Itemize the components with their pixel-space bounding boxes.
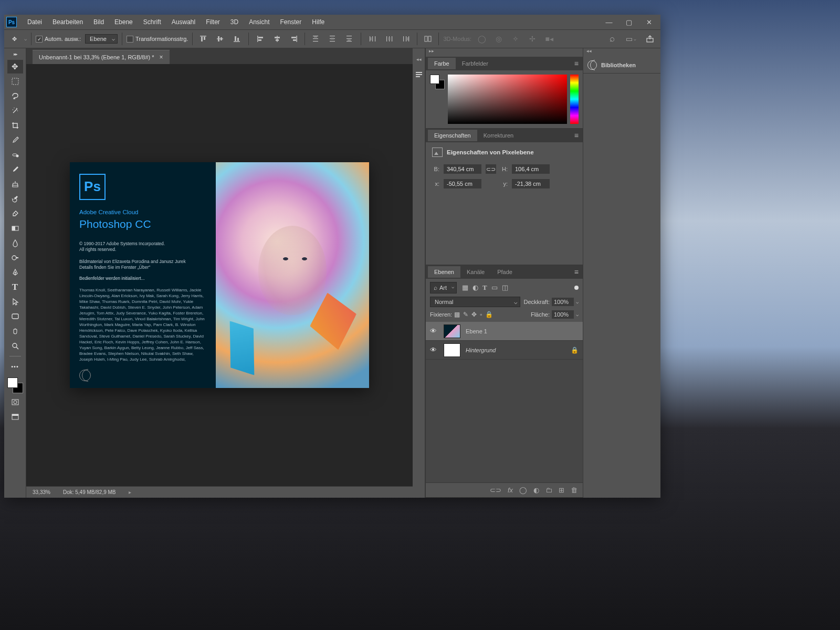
add-mask-icon[interactable]: ◯ [519, 486, 527, 494]
menu-bild[interactable]: Bild [88, 16, 109, 28]
color-picker-field[interactable] [448, 75, 567, 124]
new-group-icon[interactable]: 🗀 [545, 486, 552, 494]
dist-right-icon[interactable] [400, 33, 413, 45]
layer-row[interactable]: 👁 Ebene 1 [426, 322, 583, 341]
x-field[interactable]: -50,55 cm [444, 179, 481, 188]
filter-toggle-icon[interactable] [574, 286, 579, 290]
close-tab-icon[interactable]: × [160, 54, 163, 61]
share-icon[interactable] [644, 33, 656, 45]
eyedropper-tool[interactable] [7, 133, 23, 147]
lock-icon[interactable]: 🔒 [571, 346, 579, 354]
search-icon[interactable]: ⌕ [606, 33, 618, 45]
lock-position-icon[interactable]: ✥ [471, 311, 477, 318]
hand-tool[interactable] [7, 324, 23, 338]
width-field[interactable]: 340,54 cm [444, 164, 481, 174]
tab-farbfelder[interactable]: Farbfelder [456, 58, 495, 69]
lock-pixels-icon[interactable]: ✎ [463, 311, 468, 318]
layers-panel-menu-icon[interactable]: ≡ [570, 268, 583, 276]
libraries-button[interactable]: Bibliotheken [583, 57, 660, 74]
dist-hcenter-icon[interactable] [383, 33, 396, 45]
foreground-swatch[interactable] [7, 377, 18, 388]
align-hcenter-icon[interactable] [271, 33, 284, 45]
crop-tool[interactable] [7, 119, 23, 132]
lock-artboard-icon[interactable]: ▫ [480, 311, 482, 318]
lock-transparency-icon[interactable]: ▩ [454, 311, 460, 318]
align-vcenter-icon[interactable] [214, 33, 226, 45]
healing-brush-tool[interactable] [7, 148, 23, 162]
layer-name[interactable]: Ebene 1 [466, 328, 487, 334]
lasso-tool[interactable] [7, 89, 23, 103]
align-left-icon[interactable] [254, 33, 267, 45]
visibility-toggle-icon[interactable]: 👁 [430, 327, 438, 335]
hue-slider[interactable] [570, 75, 579, 124]
dist-vcenter-icon[interactable] [326, 33, 339, 45]
link-layers-icon[interactable]: ⊂⊃ [490, 486, 501, 494]
auto-align-icon[interactable] [422, 33, 434, 45]
dodge-tool[interactable] [7, 251, 23, 265]
status-caret-icon[interactable]: ▸ [129, 489, 131, 495]
layer-style-icon[interactable]: fx [508, 486, 513, 494]
align-top-icon[interactable] [197, 33, 209, 45]
delete-layer-icon[interactable]: 🗑 [571, 486, 578, 494]
move-tool[interactable]: ✥ [7, 60, 23, 74]
menu-3d[interactable]: 3D [225, 16, 244, 28]
quick-mask-icon[interactable] [7, 395, 23, 409]
menu-bearbeiten[interactable]: Bearbeiten [47, 16, 88, 28]
lock-all-icon[interactable]: 🔒 [485, 311, 493, 318]
auto-select-checkbox[interactable]: ✓ Autom. ausw.: [36, 36, 81, 43]
dock-collapse-icon[interactable]: ◂◂ [586, 48, 592, 57]
workspace-switcher-icon[interactable]: ▭⌵ [625, 33, 637, 45]
screen-mode-icon[interactable] [7, 410, 23, 424]
menu-schrift[interactable]: Schrift [138, 16, 166, 28]
zoom-level[interactable]: 33,33% [33, 489, 50, 495]
menu-ebene[interactable]: Ebene [109, 16, 138, 28]
height-field[interactable]: 106,4 cm [512, 164, 550, 174]
dist-left-icon[interactable] [366, 33, 379, 45]
filter-shape-icon[interactable]: ▭ [491, 284, 498, 292]
adjustment-layer-icon[interactable]: ◐ [533, 486, 539, 494]
rectangle-tool[interactable] [7, 310, 23, 323]
minimize-button[interactable]: — [600, 16, 618, 28]
dist-bottom-icon[interactable] [343, 33, 355, 45]
gradient-tool[interactable] [7, 222, 23, 235]
visibility-toggle-icon[interactable]: 👁 [430, 346, 438, 354]
tab-farbe[interactable]: Farbe [428, 58, 456, 69]
edit-toolbar-icon[interactable]: ••• [7, 360, 23, 373]
align-right-icon[interactable] [288, 33, 300, 45]
document-size[interactable]: Dok: 5,49 MB/82,9 MB [63, 489, 116, 495]
canvas-area[interactable]: Ps Adobe Creative Cloud Photoshop CC © 1… [26, 64, 413, 486]
transform-controls-checkbox[interactable]: Transformationsstrg. [127, 36, 188, 43]
eraser-tool[interactable] [7, 207, 23, 220]
color-panel-menu-icon[interactable]: ≡ [570, 59, 583, 68]
color-swatch-pair[interactable] [430, 75, 445, 89]
tab-eigenschaften[interactable]: Eigenschaften [428, 130, 477, 141]
close-button[interactable]: ✕ [639, 16, 658, 28]
layer-name[interactable]: Hintergrund [466, 347, 496, 353]
layer-filter-dropdown[interactable]: Art [430, 282, 457, 293]
path-selection-tool[interactable] [7, 295, 23, 309]
filter-type-icon[interactable]: T [482, 284, 487, 292]
auto-select-target-dropdown[interactable]: Ebene [85, 34, 118, 44]
maximize-button[interactable]: ▢ [620, 16, 638, 28]
clone-stamp-tool[interactable] [7, 177, 23, 191]
menu-hilfe[interactable]: Hilfe [307, 16, 330, 28]
layer-row[interactable]: 👁 Hintergrund 🔒 [426, 341, 583, 360]
filter-smart-icon[interactable]: ◫ [502, 284, 508, 292]
blur-tool[interactable] [7, 236, 23, 250]
properties-panel-menu-icon[interactable]: ≡ [570, 131, 583, 140]
magic-wand-tool[interactable] [7, 104, 23, 118]
filter-pixel-icon[interactable]: ▦ [462, 284, 468, 292]
color-swatches[interactable] [6, 376, 24, 394]
tab-pfade[interactable]: Pfade [491, 266, 519, 278]
panel-collapse-icon[interactable]: ▸▸ [429, 48, 434, 57]
tab-ebenen[interactable]: Ebenen [428, 266, 460, 278]
history-brush-tool[interactable] [7, 192, 23, 206]
brush-tool[interactable] [7, 163, 23, 176]
type-tool[interactable]: T [7, 280, 23, 294]
zoom-tool[interactable] [7, 339, 23, 353]
document-tab[interactable]: Unbenannt-1 bei 33,3% (Ebene 1, RGB/8#) … [33, 50, 170, 64]
marquee-tool[interactable] [7, 75, 23, 88]
menu-ansicht[interactable]: Ansicht [244, 16, 275, 28]
blend-mode-dropdown[interactable]: Normal [430, 297, 520, 307]
opacity-field[interactable]: 100% [552, 298, 574, 306]
